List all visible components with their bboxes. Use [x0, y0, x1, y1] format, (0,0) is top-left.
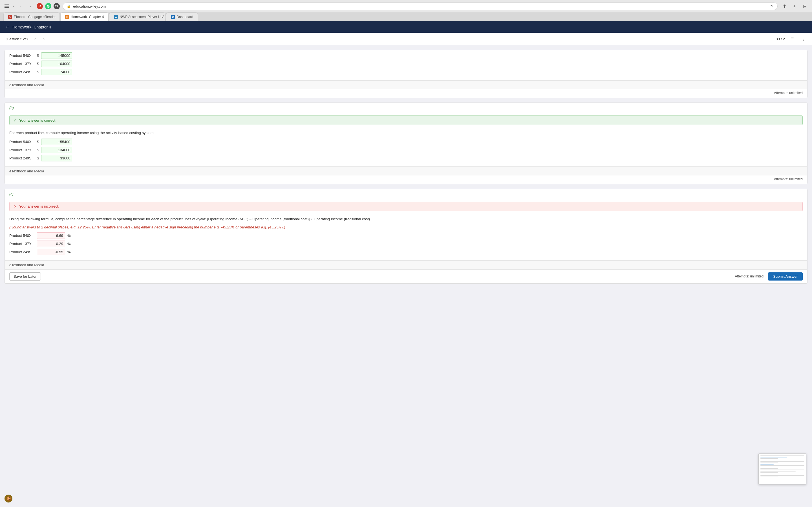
question-nav: Question 5 of 8 ‹ › 1.33 / 2 ☰ ⋮ — [0, 33, 812, 45]
table-row: Product 137Y $ — [9, 61, 803, 67]
list-view-button[interactable]: ☰ — [788, 35, 796, 43]
svg-rect-2 — [4, 7, 9, 8]
refresh-icon[interactable]: ↻ — [770, 4, 773, 8]
section-b-249s-input[interactable] — [41, 155, 72, 161]
section-a-137y-input[interactable] — [41, 61, 72, 67]
section-a-products: Product 540X $ Product 137Y $ Product 24… — [5, 50, 807, 78]
table-row: Product 249S $ — [9, 69, 803, 75]
dollar-sign: $ — [37, 148, 39, 152]
question-next-button[interactable]: › — [41, 36, 47, 42]
percent-sign: % — [67, 250, 71, 254]
browser-actions: ⬆ + ⊞ — [780, 2, 809, 10]
new-tab-button[interactable]: + — [791, 2, 799, 10]
tab-homework-label: Homework- Chapter 4 — [71, 15, 104, 19]
back-arrow-icon[interactable]: ← — [4, 24, 10, 30]
sidebar-toggle-button[interactable] — [3, 3, 10, 10]
product-name: Product 540X — [9, 140, 35, 144]
question-prev-button[interactable]: ‹ — [32, 36, 38, 42]
browser-chrome: ▾ ‹ › R G 🛡 🔒 education.wiley.com ↻ ⬆ + … — [0, 0, 812, 21]
product-name: Product 137Y — [9, 148, 35, 152]
dollar-sign: $ — [37, 70, 39, 74]
extension-r-icon[interactable]: R — [37, 3, 43, 9]
browser-toolbar: ▾ ‹ › R G 🛡 🔒 education.wiley.com ↻ ⬆ + … — [0, 0, 812, 12]
product-name: Product 540X — [9, 233, 35, 238]
question-nav-left: Question 5 of 8 ‹ › — [4, 36, 47, 42]
section-a-540x-input[interactable] — [41, 52, 72, 59]
forward-button[interactable]: › — [27, 3, 34, 10]
lock-icon: 🔒 — [67, 4, 71, 8]
product-name: Product 137Y — [9, 62, 35, 66]
table-row: Product 249S $ — [9, 155, 803, 161]
tab-dashboard-label: Dashboard — [176, 15, 193, 19]
app-header-title: Homework- Chapter 4 — [12, 25, 51, 29]
submit-answer-button[interactable]: Submit Answer — [768, 272, 803, 281]
section-b-banner-text: Your answer is correct. — [19, 118, 56, 122]
app-header: ← Homework- Chapter 4 — [0, 21, 812, 33]
extension-icons: R G 🛡 — [37, 3, 60, 9]
section-c-540x-input[interactable] — [37, 232, 65, 239]
section-b-etextbook[interactable]: eTextbook and Media — [5, 166, 807, 175]
section-c-137y-input[interactable] — [37, 240, 65, 247]
section-b-attempts: Attempts: unlimited — [5, 175, 807, 184]
window-control-chevron: ▾ — [13, 4, 15, 8]
browser-tabs: C Ebooks - Cengage eReader H Homework- C… — [0, 12, 812, 21]
section-b-540x-input[interactable] — [41, 138, 72, 145]
x-icon: ✕ — [13, 204, 17, 209]
checkmark-icon: ✓ — [13, 118, 17, 122]
percent-sign: % — [67, 233, 71, 238]
section-b-correct-banner: ✓ Your answer is correct. — [9, 115, 803, 125]
section-a-249s-input[interactable] — [41, 69, 72, 75]
table-row: Product 540X % — [9, 232, 803, 239]
extension-shield-icon[interactable]: 🛡 — [54, 3, 60, 9]
bottom-right: Attempts: unlimited Submit Answer — [735, 272, 803, 281]
section-c-banner-text: Your answer is incorrect. — [19, 204, 59, 209]
section-a-attempts: Attempts: unlimited — [5, 89, 807, 98]
section-c-header: (c) — [5, 189, 807, 199]
homework-favicon: H — [65, 15, 69, 19]
url-text: education.wiley.com — [73, 4, 768, 8]
url-bar[interactable]: 🔒 education.wiley.com ↻ — [63, 3, 777, 10]
tab-dashboard[interactable]: D Dashboard — [166, 12, 198, 21]
section-c-instruction-text: (Round answers to 2 decimal places, e.g.… — [9, 224, 803, 230]
section-b-products: For each product line, compute operating… — [5, 128, 807, 164]
question-nav-right: 1.33 / 2 ☰ ⋮ — [773, 35, 808, 43]
tab-homework[interactable]: H Homework- Chapter 4 — [60, 12, 109, 21]
table-row: Product 540X $ — [9, 52, 803, 59]
section-b-137y-input[interactable] — [41, 147, 72, 153]
tabs-overview-button[interactable]: ⊞ — [801, 2, 809, 10]
percent-sign: % — [67, 242, 71, 246]
more-options-button[interactable]: ⋮ — [800, 35, 808, 43]
question-label: Question 5 of 8 — [4, 37, 29, 41]
main-content: Product 540X $ Product 137Y $ Product 24… — [0, 45, 812, 293]
bottom-actions: Save for Later Attempts: unlimited Submi… — [5, 269, 807, 283]
table-row: Product 137Y $ — [9, 147, 803, 153]
table-row: Product 540X $ — [9, 138, 803, 145]
section-c-249s-input[interactable] — [37, 249, 65, 255]
section-b-question-text: For each product line, compute operating… — [9, 130, 803, 136]
tab-cengage-label: Ebooks - Cengage eReader — [14, 15, 56, 19]
save-for-later-button[interactable]: Save for Later — [9, 272, 41, 281]
product-name: Product 137Y — [9, 242, 35, 246]
section-c-card: (c) ✕ Your answer is incorrect. Using th… — [4, 189, 808, 284]
section-b-card: (b) ✓ Your answer is correct. For each p… — [4, 103, 808, 184]
section-c-etextbook[interactable]: eTextbook and Media — [5, 260, 807, 269]
tab-nwp-label: NWP Assessment Player UI Application — [119, 15, 165, 19]
share-button[interactable]: ⬆ — [780, 2, 788, 10]
extension-g-icon[interactable]: G — [45, 3, 51, 9]
section-c-products: Using the following formula, compute the… — [5, 214, 807, 258]
section-a-etextbook[interactable]: eTextbook and Media — [5, 80, 807, 89]
dollar-sign: $ — [37, 156, 39, 160]
tab-cengage[interactable]: C Ebooks - Cengage eReader — [3, 12, 60, 21]
section-c-question-text: Using the following formula, compute the… — [9, 216, 803, 222]
back-button[interactable]: ‹ — [17, 3, 24, 10]
section-b-header: (b) — [5, 103, 807, 113]
section-a-card: Product 540X $ Product 137Y $ Product 24… — [4, 50, 808, 98]
product-name: Product 540X — [9, 54, 35, 58]
section-c-incorrect-banner: ✕ Your answer is incorrect. — [9, 202, 803, 211]
nwp-favicon: W — [114, 15, 118, 19]
product-name: Product 249S — [9, 70, 35, 74]
dollar-sign: $ — [37, 140, 39, 144]
table-row: Product 137Y % — [9, 240, 803, 247]
dollar-sign: $ — [37, 54, 39, 58]
tab-nwp[interactable]: W NWP Assessment Player UI Application — [109, 12, 165, 21]
